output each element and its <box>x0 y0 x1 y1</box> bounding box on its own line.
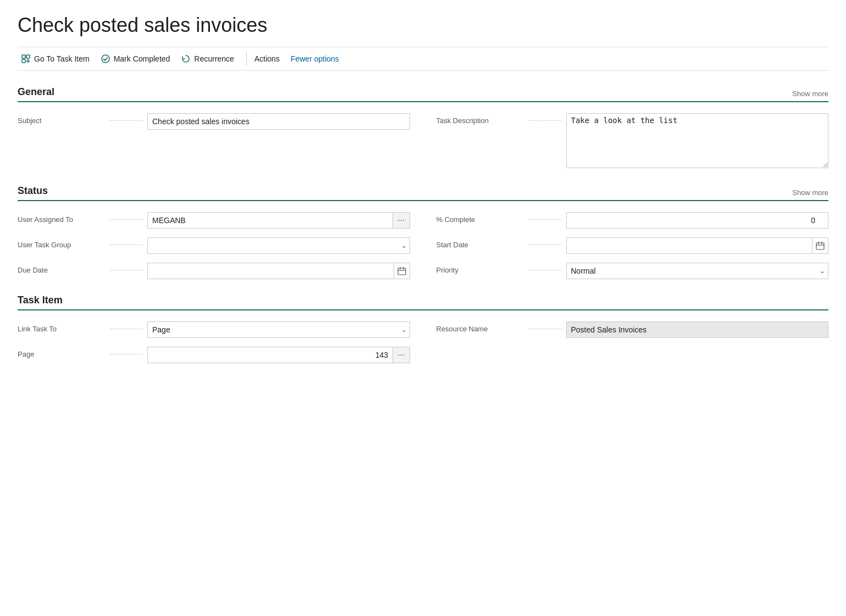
status-form-grid: User Assigned To ··· % Complete <box>18 212 828 279</box>
start-date-label: Start Date <box>436 237 524 249</box>
go-to-task-item-button[interactable]: Go To Task Item <box>18 52 97 66</box>
general-section: General Show more Subject Task Descripti… <box>18 86 828 170</box>
user-task-group-row: User Task Group ⌄ <box>18 237 410 254</box>
actions-label: Actions <box>255 54 280 63</box>
task-item-section: Task Item Link Task To Page Report Codeu… <box>18 295 828 363</box>
fewer-options-label: Fewer options <box>291 54 339 63</box>
page-input-wrap: ··· <box>147 347 410 363</box>
percent-complete-label: % Complete <box>436 212 524 224</box>
mark-completed-label: Mark Completed <box>114 54 170 63</box>
status-section: Status Show more User Assigned To ··· % … <box>18 185 828 279</box>
toolbar: Go To Task Item Mark Completed Recurrenc… <box>18 47 828 71</box>
page-dotted-leader <box>110 354 143 354</box>
percent-complete-input[interactable] <box>566 212 829 229</box>
user-assigned-to-label: User Assigned To <box>18 212 106 224</box>
svg-point-3 <box>102 55 109 63</box>
user-assigned-to-wrap: ··· <box>147 212 410 229</box>
task-item-section-title: Task Item <box>18 295 63 306</box>
percent-complete-dotted-leader <box>529 219 562 220</box>
toolbar-divider <box>246 52 247 65</box>
task-description-input-wrap: Take a look at the list <box>566 113 829 170</box>
resource-name-wrap <box>566 321 829 338</box>
page-label: Page <box>18 347 106 358</box>
subject-input-wrap <box>147 113 410 130</box>
fewer-options-button[interactable]: Fewer options <box>287 52 347 65</box>
link-task-to-dotted-leader <box>110 329 143 329</box>
percent-complete-row: % Complete <box>436 212 829 229</box>
svg-rect-2 <box>22 59 25 63</box>
due-date-label: Due Date <box>18 263 106 274</box>
due-date-calendar-icon <box>397 267 406 275</box>
general-form-grid: Subject Task Description Take a look at … <box>18 113 828 170</box>
percent-complete-wrap <box>566 212 829 229</box>
svg-rect-1 <box>26 55 30 58</box>
resource-name-row: Resource Name <box>436 321 829 338</box>
due-date-row: Due Date <box>18 263 410 279</box>
due-date-dotted-leader <box>110 270 143 270</box>
user-task-group-select[interactable] <box>147 237 410 254</box>
user-assigned-to-row: User Assigned To ··· <box>18 212 410 229</box>
user-assigned-to-input[interactable] <box>147 212 392 229</box>
start-date-input[interactable] <box>566 237 812 254</box>
general-section-title: General <box>18 86 54 98</box>
status-show-more-link[interactable]: Show more <box>792 188 828 197</box>
subject-label: Subject <box>18 113 106 125</box>
subject-input[interactable] <box>147 113 410 130</box>
general-section-header: General Show more <box>18 86 828 102</box>
go-to-task-icon <box>21 54 31 64</box>
link-task-to-row: Link Task To Page Report Codeunit ⌄ <box>18 321 410 338</box>
subject-row: Subject <box>18 113 410 170</box>
priority-row: Priority Low Normal High ⌄ <box>436 263 829 279</box>
svg-rect-4 <box>816 243 824 249</box>
start-date-calendar-button[interactable] <box>812 237 828 254</box>
priority-wrap: Low Normal High ⌄ <box>566 263 829 279</box>
task-description-dotted-leader <box>529 120 562 121</box>
task-description-label: Task Description <box>436 113 524 125</box>
resource-name-label: Resource Name <box>436 321 524 333</box>
status-section-title: Status <box>18 185 48 197</box>
subject-dotted-leader <box>110 120 143 121</box>
start-date-wrap <box>566 237 829 254</box>
resource-name-dotted-leader <box>529 329 562 329</box>
task-description-row: Task Description Take a look at the list <box>436 113 829 170</box>
due-date-input[interactable] <box>147 263 394 279</box>
recurrence-icon <box>181 54 191 64</box>
recurrence-button[interactable]: Recurrence <box>178 52 241 66</box>
priority-label: Priority <box>436 263 524 274</box>
link-task-to-select[interactable]: Page Report Codeunit <box>147 321 410 338</box>
user-assigned-to-ellipsis-button[interactable]: ··· <box>392 212 410 229</box>
page-row: Page ··· <box>18 347 410 363</box>
recurrence-label: Recurrence <box>194 54 234 63</box>
actions-button[interactable]: Actions <box>251 52 287 65</box>
task-item-form-grid: Link Task To Page Report Codeunit ⌄ Reso… <box>18 321 828 363</box>
due-date-calendar-button[interactable] <box>394 263 410 279</box>
start-date-calendar-icon <box>816 241 825 250</box>
task-description-textarea[interactable]: Take a look at the list <box>566 113 829 168</box>
go-to-task-item-label: Go To Task Item <box>34 54 90 63</box>
svg-rect-0 <box>22 55 25 58</box>
user-task-group-wrap: ⌄ <box>147 237 410 254</box>
page-input[interactable] <box>147 347 392 363</box>
user-task-group-dotted-leader <box>110 245 143 245</box>
priority-dotted-leader <box>529 270 562 270</box>
priority-select[interactable]: Low Normal High <box>566 263 829 279</box>
user-task-group-label: User Task Group <box>18 237 106 249</box>
status-section-header: Status Show more <box>18 185 828 201</box>
resource-name-input <box>566 321 829 338</box>
mark-completed-button[interactable]: Mark Completed <box>97 52 178 66</box>
mark-completed-icon <box>101 54 110 64</box>
page-title: Check posted sales invoices <box>18 13 828 37</box>
page-ellipsis-button[interactable]: ··· <box>392 347 410 363</box>
general-show-more-link[interactable]: Show more <box>792 90 828 98</box>
start-date-row: Start Date <box>436 237 829 254</box>
task-item-section-header: Task Item <box>18 295 828 310</box>
link-task-to-label: Link Task To <box>18 321 106 333</box>
start-date-dotted-leader <box>529 245 562 245</box>
due-date-wrap <box>147 263 410 279</box>
link-task-to-wrap: Page Report Codeunit ⌄ <box>147 321 410 338</box>
user-assigned-dotted-leader <box>110 219 143 220</box>
svg-rect-5 <box>398 268 406 275</box>
